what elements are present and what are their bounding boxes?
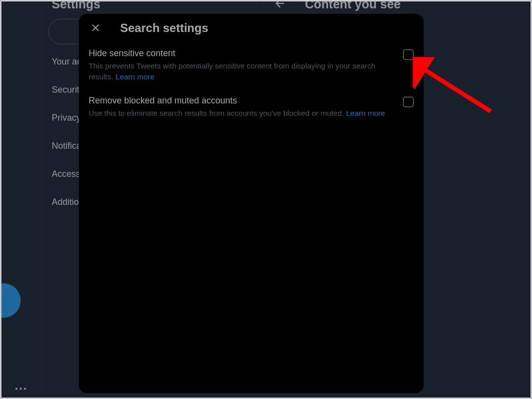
option-remove-blocked: Remove blocked and muted accounts Use th… — [79, 90, 424, 126]
learn-more-link[interactable]: Learn more — [115, 72, 154, 81]
option-texts: Hide sensitive content This prevents Twe… — [89, 48, 403, 83]
option-texts: Remove blocked and muted accounts Use th… — [89, 96, 403, 119]
remove-blocked-checkbox[interactable] — [403, 97, 414, 107]
option-description: Use this to eliminate search results fro… — [89, 108, 396, 119]
option-description: This prevents Tweets with potentially se… — [89, 61, 396, 83]
option-title: Hide sensitive content — [89, 48, 396, 59]
option-title: Remove blocked and muted accounts — [89, 96, 396, 106]
learn-more-link[interactable]: Learn more — [346, 109, 385, 117]
close-icon — [90, 22, 101, 34]
search-settings-modal: Search settings Hide sensitive content T… — [79, 14, 424, 393]
modal-title: Search settings — [120, 21, 208, 35]
hide-sensitive-checkbox[interactable] — [403, 49, 414, 60]
close-button[interactable] — [86, 18, 105, 38]
option-hide-sensitive: Hide sensitive content This prevents Twe… — [79, 42, 424, 90]
modal-header: Search settings — [79, 14, 424, 42]
stage: ··· Settings Your account Security and a… — [0, 0, 532, 399]
